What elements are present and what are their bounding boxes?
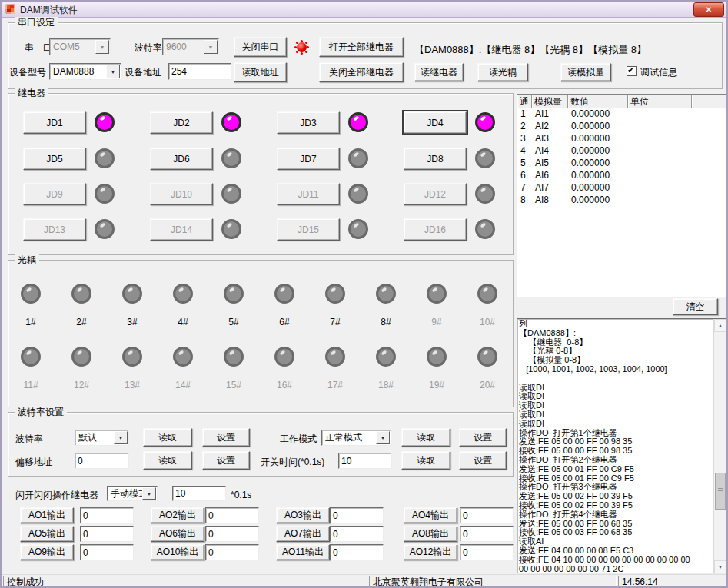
ao4-output-button[interactable]: AO4输出 [404, 507, 457, 523]
relay-button-jd2[interactable]: JD2 [150, 111, 213, 134]
col-header-analog[interactable]: 模拟量 [532, 95, 568, 108]
opto-led-18 [376, 347, 396, 367]
relay-led-jd11 [348, 184, 368, 204]
ao12-value-input[interactable] [460, 544, 514, 560]
read-opto-button[interactable]: 读光耦 [477, 63, 528, 81]
ao12-output-button[interactable]: AO12输出 [404, 544, 457, 560]
scrollbar-thumb[interactable] [715, 473, 726, 510]
close-all-relays-button[interactable]: 关闭全部继电器 [319, 62, 404, 82]
close-icon[interactable] [693, 2, 724, 17]
flash-mode-select[interactable]: 手动模式 [107, 486, 158, 501]
ao6-output-button[interactable]: AO6输出 [151, 526, 204, 542]
ao7-value-input[interactable] [330, 526, 384, 542]
relay-led-jd15 [348, 219, 368, 239]
col-header-unit[interactable]: 单位 [628, 95, 692, 108]
ao8-output-button[interactable]: AO8输出 [404, 526, 457, 542]
workmode-read-button[interactable]: 读取 [401, 428, 450, 447]
ao6-value-input[interactable] [205, 526, 259, 542]
ao10-output-button[interactable]: AO10输出 [151, 544, 204, 560]
port-select[interactable]: COM5 [49, 38, 111, 55]
baudrate-select[interactable]: 9600 [162, 38, 219, 55]
ao2-output-button[interactable]: AO2输出 [151, 507, 204, 523]
port-select-value: COM5 [53, 42, 80, 52]
relay-button-jd10[interactable]: JD10 [150, 183, 213, 205]
ao5-value-input[interactable] [80, 526, 134, 542]
opto-led-15 [224, 347, 244, 367]
relay-led-jd16 [475, 219, 495, 239]
cell-unit [628, 145, 692, 158]
relay-button-jd11[interactable]: JD11 [277, 183, 340, 205]
ao4-value-input[interactable] [460, 507, 514, 523]
ao11-output-button[interactable]: AO11输出 [276, 544, 330, 560]
log-scrollbar[interactable] [713, 319, 727, 573]
ao5-output-button[interactable]: AO5输出 [20, 526, 74, 542]
ao8-value-input[interactable] [460, 526, 514, 542]
opto-led-16 [274, 347, 294, 367]
relay-button-jd12[interactable]: JD12 [404, 183, 467, 205]
baudrate-set-label: 波特率 [15, 434, 43, 444]
ao2-value-input[interactable] [205, 507, 259, 523]
ao3-value-input[interactable] [330, 507, 384, 523]
relay-button-jd7[interactable]: JD7 [277, 148, 340, 170]
opto-led-10 [477, 284, 497, 304]
flash-time-input[interactable] [172, 486, 226, 501]
offset-addr-input[interactable] [75, 453, 129, 469]
device-addr-input[interactable] [168, 63, 231, 80]
read-addr-button[interactable]: 读取地址 [234, 62, 287, 82]
workmode-select[interactable]: 正常模式 [321, 430, 391, 446]
ao7-output-button[interactable]: AO7输出 [276, 526, 330, 542]
workmode-set-button[interactable]: 设置 [459, 428, 507, 447]
baudrate-read-button[interactable]: 读取 [143, 428, 192, 447]
cell-unit [628, 133, 692, 145]
serial-group-title: 串口设定 [15, 17, 58, 28]
col-header-value[interactable]: 数值 [568, 95, 628, 108]
relay-button-jd15[interactable]: JD15 [277, 218, 340, 241]
read-analog-button[interactable]: 读模拟量 [560, 63, 611, 81]
table-row: 1AI10.000000 [517, 108, 727, 121]
scroll-down-icon[interactable] [714, 560, 726, 573]
relay-button-jd9[interactable]: JD9 [23, 183, 86, 205]
model-select[interactable]: DAM0888 [49, 63, 121, 80]
ao3-output-button[interactable]: AO3输出 [276, 507, 330, 523]
debug-info-checkbox[interactable] [627, 66, 637, 76]
relay-button-jd8[interactable]: JD8 [404, 148, 467, 170]
table-row: 5AI50.000000 [517, 158, 727, 170]
relay-button-jd13[interactable]: JD13 [23, 218, 86, 241]
open-all-relays-button[interactable]: 打开全部继电器 [319, 37, 404, 57]
ao1-output-button[interactable]: AO1输出 [20, 507, 74, 523]
read-relay-button[interactable]: 读继电器 [414, 63, 464, 81]
baudrate-set-button[interactable]: 设置 [202, 428, 250, 447]
cell-name: AI4 [532, 145, 568, 158]
relay-button-jd5[interactable]: JD5 [23, 148, 86, 170]
cell-name: AI8 [532, 194, 568, 207]
log-output[interactable]: 列 【DAM0888】: 【继电器 0-8】 【光耦 0-8】 【模拟量 0-8… [517, 318, 728, 574]
ao1-value-input[interactable] [80, 507, 134, 523]
close-serial-button[interactable]: 关闭串口 [234, 37, 287, 57]
cell-value: 0.000000 [568, 170, 628, 182]
scroll-up-icon[interactable] [714, 319, 726, 332]
switch-time-input[interactable] [338, 453, 392, 469]
relay-button-jd16[interactable]: JD16 [404, 218, 467, 241]
ao9-output-button[interactable]: AO9输出 [20, 544, 74, 560]
device-info-text: 【DAM0888】:【继电器 8】【光耦 8】【模拟量 8】 [414, 45, 647, 55]
cell-channel: 1 [517, 108, 532, 121]
ao11-value-input[interactable] [330, 544, 384, 560]
switch-time-read-button[interactable]: 读取 [401, 451, 450, 470]
ao10-value-input[interactable] [205, 544, 259, 560]
switch-time-set-button[interactable]: 设置 [459, 451, 507, 470]
cell-channel: 4 [517, 145, 532, 158]
opto-led-12 [71, 347, 91, 367]
relay-button-jd14[interactable]: JD14 [150, 218, 213, 241]
col-header-channel[interactable]: 通 [517, 95, 532, 108]
relay-button-jd6[interactable]: JD6 [150, 148, 213, 170]
offset-read-button[interactable]: 读取 [143, 451, 192, 470]
ao9-value-input[interactable] [80, 544, 134, 560]
relay-button-jd1[interactable]: JD1 [23, 111, 86, 134]
col-header-blank [692, 95, 727, 108]
baudrate-set-select[interactable]: 默认 [75, 430, 129, 446]
relay-button-jd3[interactable]: JD3 [277, 111, 340, 134]
offset-set-button[interactable]: 设置 [202, 451, 250, 470]
relay-button-jd4[interactable]: JD4 [404, 111, 467, 134]
baudrate-label: 波特率 [135, 42, 162, 53]
clear-log-button[interactable]: 清空 [673, 298, 718, 315]
